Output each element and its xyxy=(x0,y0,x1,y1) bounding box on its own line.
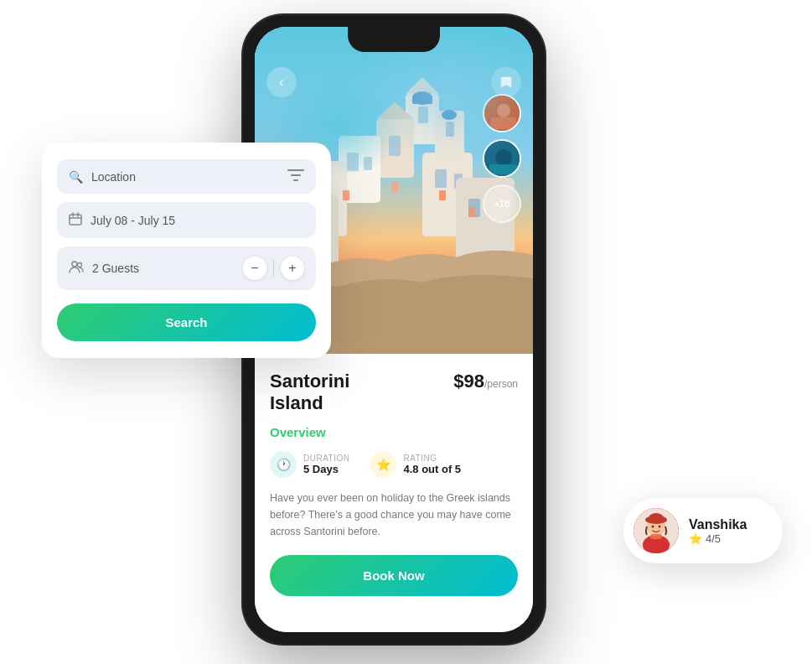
svg-rect-38 xyxy=(489,164,518,174)
reviewer-avatar xyxy=(634,508,679,553)
location-field[interactable]: 🔍 Location xyxy=(57,159,316,194)
svg-rect-41 xyxy=(293,179,298,181)
rating-info: RATING 4.8 out of 5 xyxy=(403,454,461,475)
rating-value: 4.8 out of 5 xyxy=(403,463,461,475)
svg-rect-36 xyxy=(484,141,521,178)
svg-rect-13 xyxy=(339,136,380,203)
filter-icon[interactable] xyxy=(287,169,304,184)
reviewer-rating: ⭐ 4/5 xyxy=(689,532,747,545)
search-card: 🔍 Location July 08 - July 15 xyxy=(42,143,331,358)
guests-field[interactable]: 2 Guests − + xyxy=(57,246,316,290)
svg-rect-6 xyxy=(412,96,432,104)
price-per: /person xyxy=(484,378,518,390)
duration-info: DURATION 5 Days xyxy=(303,454,349,475)
rating-value: 4/5 xyxy=(706,532,721,545)
side-thumbnails: +10 xyxy=(483,94,521,223)
guests-controls: − + xyxy=(243,257,304,280)
search-icon: 🔍 xyxy=(69,170,83,184)
rating-icon: ⭐ xyxy=(370,451,396,478)
overview-label: Overview xyxy=(270,425,518,439)
guests-icon xyxy=(69,261,84,277)
duration-value: 5 Days xyxy=(303,463,349,475)
svg-rect-27 xyxy=(343,190,349,200)
svg-rect-14 xyxy=(347,153,359,171)
svg-rect-39 xyxy=(287,169,304,171)
svg-rect-18 xyxy=(422,153,473,236)
back-button[interactable]: ‹ xyxy=(266,67,297,97)
guests-text: 2 Guests xyxy=(92,262,235,275)
duration-icon: 🕐 xyxy=(270,451,297,478)
duration-label: DURATION xyxy=(303,454,349,463)
thumbnail-2[interactable] xyxy=(483,139,521,178)
thumbnail-plus[interactable]: +10 xyxy=(483,184,521,223)
price-amount: $98 xyxy=(453,371,484,392)
svg-point-9 xyxy=(442,110,457,120)
svg-point-51 xyxy=(659,526,661,528)
svg-rect-29 xyxy=(439,190,446,200)
svg-point-50 xyxy=(652,526,654,528)
svg-rect-20 xyxy=(454,174,463,189)
svg-point-49 xyxy=(649,513,664,523)
svg-point-37 xyxy=(495,149,512,166)
content-card: Santorini Island $98/person Overview 🕐 D… xyxy=(255,354,533,632)
rating-stat: ⭐ RATING 4.8 out of 5 xyxy=(370,451,461,478)
decrease-guests-button[interactable]: − xyxy=(243,257,266,280)
star-icon: ⭐ xyxy=(689,532,702,545)
price-block: $98/person xyxy=(453,371,518,392)
svg-rect-42 xyxy=(70,215,81,225)
svg-rect-40 xyxy=(291,174,301,176)
destination-name: Santorini Island xyxy=(270,371,349,415)
svg-rect-24 xyxy=(456,178,515,303)
save-button[interactable] xyxy=(491,67,521,97)
location-input[interactable]: Location xyxy=(91,170,279,184)
svg-rect-19 xyxy=(435,169,447,188)
date-input[interactable]: July 08 - July 15 xyxy=(91,214,304,227)
svg-rect-28 xyxy=(391,182,398,192)
duration-stat: 🕐 DURATION 5 Days xyxy=(270,451,349,478)
svg-rect-10 xyxy=(376,119,414,178)
thumbnail-plus-text: +10 xyxy=(494,199,510,209)
increase-guests-button[interactable]: + xyxy=(281,257,304,280)
review-card: Vanshika ⭐ 4/5 xyxy=(623,498,783,563)
svg-rect-7 xyxy=(435,111,464,157)
card-header: Santorini Island $98/person xyxy=(270,371,518,415)
svg-marker-3 xyxy=(406,77,439,94)
svg-rect-33 xyxy=(484,96,521,132)
book-now-button[interactable]: Book Now xyxy=(270,555,518,596)
reviewer-name: Vanshika xyxy=(689,517,747,532)
svg-rect-4 xyxy=(418,106,428,123)
search-button[interactable]: Search xyxy=(57,303,316,341)
phone-notch xyxy=(348,27,440,52)
svg-point-44 xyxy=(78,262,82,267)
svg-rect-2 xyxy=(406,94,439,144)
svg-rect-8 xyxy=(446,122,454,137)
svg-rect-30 xyxy=(468,207,475,217)
svg-rect-11 xyxy=(389,136,401,156)
svg-rect-35 xyxy=(491,117,516,129)
svg-point-43 xyxy=(72,262,77,267)
stats-row: 🕐 DURATION 5 Days ⭐ RATING 4.8 out of 5 xyxy=(270,451,518,478)
svg-point-5 xyxy=(412,91,432,105)
svg-marker-12 xyxy=(376,102,414,119)
svg-rect-52 xyxy=(650,534,662,539)
calendar-icon xyxy=(69,212,82,228)
date-field[interactable]: July 08 - July 15 xyxy=(57,202,316,238)
thumbnail-1[interactable] xyxy=(483,94,521,132)
reviewer-info: Vanshika ⭐ 4/5 xyxy=(689,517,747,545)
svg-rect-25 xyxy=(468,199,480,217)
description-text: Have you ever been on holiday to the Gre… xyxy=(270,490,518,540)
guests-divider xyxy=(273,260,274,277)
svg-rect-15 xyxy=(364,157,372,170)
rating-label: RATING xyxy=(403,454,461,463)
svg-point-34 xyxy=(497,104,510,117)
